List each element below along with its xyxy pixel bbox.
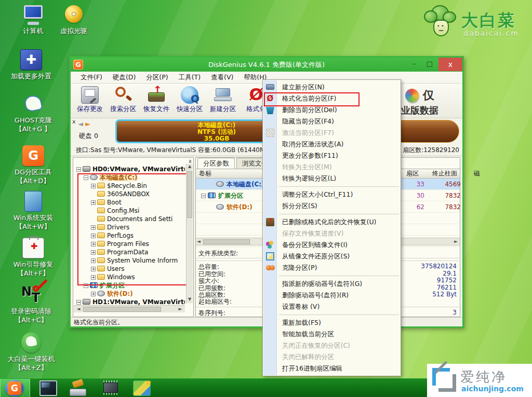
context-menu-item[interactable]: 指派新的驱动器号(盘符)(G)	[263, 278, 400, 290]
end-cylinder-value: 4569	[427, 179, 461, 190]
tree-item[interactable]: +Users	[74, 265, 185, 273]
context-menu-item-label: 取消分区激活状态(A)	[282, 140, 343, 148]
context-menu-item[interactable]: 智能加载当前分区	[263, 328, 400, 340]
desktop-icon-label: Win引导修复 【Alt+F】	[7, 260, 59, 278]
tree-item[interactable]: +ProgramData	[74, 248, 185, 256]
context-menu-item[interactable]: 删除当前分区(Del)	[263, 104, 400, 116]
folder-icon	[97, 241, 105, 247]
tree-item[interactable]: −HD0:VMware, VMwareVirtu	[74, 165, 185, 173]
context-menu-item[interactable]: 调整分区大小(Ctrl_F11)	[263, 189, 400, 200]
context-menu-item[interactable]: 重新加载(F5)	[263, 317, 400, 328]
title-bar[interactable]: G DiskGenius V4.6.1 免费版(单文件版) – □ x	[71, 58, 462, 72]
map-tool-icon[interactable]: ★	[133, 380, 151, 396]
context-menu-item[interactable]: 建立新分区(N)	[263, 81, 400, 93]
toolbar-button-quick[interactable]: Q快速分区	[174, 86, 206, 116]
menubar-item[interactable]: 文件(F)	[76, 72, 107, 83]
tree-item-label: 扩展分区	[100, 282, 125, 289]
menu-separator	[279, 214, 399, 214]
desktop-icon-ghost-clone[interactable]: GHOST克隆 【Alt+G 】	[7, 93, 59, 133]
toolbar-button-label: 保存更改	[74, 105, 106, 114]
toolbar-button-label: 搜索分区	[107, 105, 139, 114]
menubar-item[interactable]: 硬盘(D)	[108, 72, 140, 83]
tree-horizontal-scrollbar[interactable]: ◄►	[74, 305, 185, 312]
strip-close-icon[interactable]: x	[72, 118, 76, 125]
toolbar-button-label: 恢复文件	[140, 105, 172, 114]
desktop-icon-dg-tool[interactable]: GDG分区工具 【Alt+D】	[7, 145, 59, 185]
disc-icon	[63, 4, 85, 25]
tree-item[interactable]: 360SANDBOX	[74, 190, 185, 198]
context-menu-item[interactable]: 拆分分区(S)	[263, 200, 400, 212]
context-menu-item[interactable]: 取消分区激活状态(A)	[263, 139, 400, 150]
menubar-item[interactable]: 工具(T)	[174, 72, 205, 83]
new-icon	[214, 86, 232, 104]
context-menu-item[interactable]: 备份分区到镜像文件(I)	[263, 239, 400, 251]
next-disk-arrow[interactable]: ►	[85, 120, 90, 128]
tree-vertical-scrollbar[interactable]: ▲▼	[186, 164, 193, 303]
tree-item[interactable]: Config.Msi	[74, 207, 185, 215]
prev-disk-arrow[interactable]: ◄	[78, 120, 83, 128]
menu-separator	[279, 186, 399, 187]
context-menu-item-label: 指派新的驱动器号(盘符)(G)	[282, 280, 362, 288]
disk-cleaner-icon[interactable]	[70, 380, 87, 396]
folder-icon	[97, 208, 105, 213]
disk-icon	[83, 299, 90, 305]
context-menu-item[interactable]: 删除驱动器号(盘符)(R)	[263, 290, 400, 301]
toolbar-button-recover[interactable]: ↑恢复文件	[140, 86, 172, 116]
menubar-item[interactable]: 分区(P)	[141, 72, 172, 83]
volume-row-label: 本地磁盘(C:)	[227, 181, 264, 188]
desktop-icon-dbc-install[interactable]: 大白菜一键装机 【Alt+Z】	[5, 332, 57, 372]
context-menu-item[interactable]: 已删除或格式化后的文件恢复(U)	[263, 216, 400, 228]
hatch-icon	[266, 129, 274, 137]
partition-context-menu: 建立新分区(N)Ø格式化当前分区(F)删除当前分区(Del)隐藏当前分区(F4)…	[262, 79, 401, 376]
part-icon	[97, 291, 105, 296]
minimize-button[interactable]: –	[406, 58, 422, 71]
taskbar-diskgenius-active[interactable]: G	[0, 379, 30, 397]
tree-item[interactable]: +Drivers	[74, 223, 185, 231]
context-menu-item[interactable]: 更改分区参数(F11)	[263, 150, 400, 161]
field-label: 起始扇区号:	[198, 297, 232, 306]
context-menu-item[interactable]: 打开16进制扇区编辑	[263, 363, 400, 374]
context-menu-item[interactable]: Ø格式化当前分区(F)	[263, 93, 400, 104]
ad-text-right: 仅	[423, 89, 434, 102]
display-tool-icon[interactable]	[39, 380, 57, 396]
tree-item[interactable]: −本地磁盘(C:)	[74, 173, 185, 182]
toolbar-button-new[interactable]: 新建分区	[207, 86, 239, 116]
context-menu-item: 关闭已解释的分区	[263, 351, 400, 363]
tree-item[interactable]: +软件(D:)	[74, 290, 185, 298]
desktop-icon-pwd-clear[interactable]: NT登录密码清除 【Alt+C】	[5, 284, 57, 324]
context-menu-item-label: 拆分分区(S)	[282, 202, 317, 210]
tree-item[interactable]: Documents and Setti	[74, 215, 185, 223]
brand-domain: dabaicai.cm	[463, 29, 519, 37]
context-menu-item[interactable]: 转换为逻辑分区(L)	[263, 173, 400, 184]
tree-item[interactable]: +PerfLogs	[74, 231, 185, 240]
context-menu-item[interactable]: 设置卷标 (V)	[263, 301, 400, 312]
toolbar-button-search[interactable]: 搜索分区	[107, 86, 139, 116]
tree-item[interactable]: +Windows	[74, 273, 185, 281]
folder-icon	[97, 224, 105, 230]
context-menu-item[interactable]: 隐藏当前分区(F4)	[263, 116, 400, 127]
tree-close-icon[interactable]: x	[189, 158, 192, 164]
desktop-icon-win-repair[interactable]: ✚Win引导修复 【Alt+F】	[7, 238, 59, 278]
tree-item[interactable]: +Boot	[74, 198, 185, 207]
tree-item[interactable]: +Program Files	[74, 240, 185, 248]
ghost-icon	[22, 93, 44, 114]
tree-item[interactable]: −扩展分区	[74, 281, 185, 290]
context-menu-item[interactable]: 从镜像文件还原分区(S)	[263, 251, 400, 262]
close-button[interactable]: x	[438, 58, 462, 71]
folder-icon	[97, 249, 105, 255]
field-value: 29.1	[443, 270, 457, 277]
tree-item[interactable]: +System Volume Inform	[74, 256, 185, 265]
memory-tool-icon[interactable]	[102, 380, 120, 396]
desktop-icon-virtual-cd[interactable]: 虚拟光驱	[48, 4, 100, 35]
maximize-button[interactable]: □	[422, 58, 437, 71]
tab-active[interactable]: 分区参数	[197, 158, 235, 170]
toolbar-button-save[interactable]: 保存更改	[74, 86, 106, 116]
menubar-item[interactable]: 查看(V)	[206, 72, 238, 83]
desktop-icon-load-more[interactable]: ✚加载更多外置	[5, 49, 57, 80]
context-menu-item[interactable]: 克隆分区(P)	[263, 262, 400, 273]
toolbar-button-label: 新建分区	[207, 105, 239, 114]
partition-bar-d[interactable]	[399, 120, 459, 143]
context-menu-item-label: 删除驱动器号(盘符)(R)	[282, 291, 349, 299]
tree-item[interactable]: +$Recycle.Bin	[74, 182, 185, 190]
desktop-icon-win-install[interactable]: Win系统安装 【Alt+W】	[7, 191, 59, 231]
